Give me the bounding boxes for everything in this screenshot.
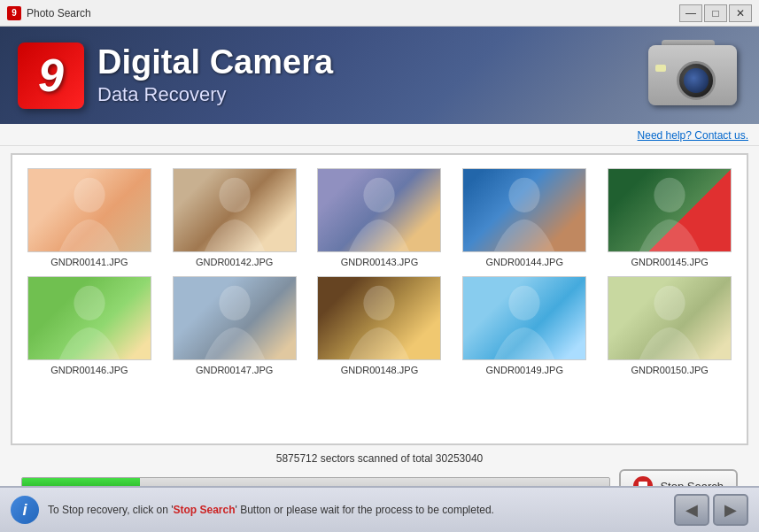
- camera-lens: [677, 61, 716, 100]
- photo-grid-container[interactable]: GNDR00141.JPG GNDR00142.JPG GNDR00143.JP…: [11, 153, 748, 445]
- photo-label: GNDR00148.JPG: [341, 365, 418, 375]
- header-text: Digital Camera Data Recovery: [97, 44, 333, 106]
- camera-flash: [655, 65, 666, 72]
- photo-label: GNDR00142.JPG: [196, 257, 273, 267]
- stop-search-inline: Stop Search: [173, 504, 235, 516]
- help-link[interactable]: Need help? Contact us.: [638, 129, 748, 142]
- help-link-bar: Need help? Contact us.: [0, 124, 759, 146]
- photo-label: GNDR00146.JPG: [50, 365, 128, 375]
- title-bar: 9 Photo Search — □ ✕: [0, 0, 759, 27]
- maximize-button[interactable]: □: [704, 4, 727, 22]
- minimize-button[interactable]: —: [679, 4, 702, 22]
- bottom-bar: i To Stop recovery, click on 'Stop Searc…: [0, 486, 759, 532]
- nav-buttons: ◀ ▶: [674, 494, 748, 526]
- bottom-info: i To Stop recovery, click on 'Stop Searc…: [11, 496, 494, 524]
- photo-item[interactable]: GNDR00144.JPG: [461, 168, 588, 267]
- photo-item[interactable]: GNDR00146.JPG: [26, 276, 153, 375]
- header-left: 9 Digital Camera Data Recovery: [18, 42, 333, 109]
- header-title: Digital Camera: [97, 44, 333, 81]
- svg-point-5: [74, 286, 105, 320]
- svg-point-3: [509, 178, 540, 212]
- svg-point-0: [74, 178, 105, 212]
- svg-point-4: [654, 178, 685, 212]
- main-content: GNDR00141.JPG GNDR00142.JPG GNDR00143.JP…: [0, 146, 759, 529]
- camera-graphic: [644, 40, 741, 111]
- photo-thumbnail: [317, 168, 441, 252]
- progress-scanned-text: 5875712 sectors scanned of total 3025304…: [21, 452, 738, 465]
- close-button[interactable]: ✕: [729, 4, 752, 22]
- photo-item[interactable]: GNDR00141.JPG: [26, 168, 153, 267]
- photo-grid: GNDR00141.JPG GNDR00142.JPG GNDR00143.JP…: [21, 164, 738, 380]
- app-icon: 9: [7, 6, 21, 20]
- window-controls: — □ ✕: [679, 4, 752, 22]
- next-button[interactable]: ▶: [713, 494, 748, 526]
- photo-label: GNDR00143.JPG: [341, 257, 418, 267]
- photo-item[interactable]: GNDR00147.JPG: [171, 276, 298, 375]
- camera-body: [648, 45, 737, 105]
- header-subtitle: Data Recovery: [97, 83, 333, 106]
- photo-thumbnail: [608, 168, 732, 252]
- photo-item[interactable]: GNDR00150.JPG: [606, 276, 733, 375]
- photo-label: GNDR00150.JPG: [631, 365, 708, 375]
- photo-thumbnail: [608, 276, 732, 360]
- photo-label: GNDR00141.JPG: [50, 257, 128, 267]
- photo-thumbnail: [462, 276, 586, 360]
- logo-nine: 9: [18, 42, 84, 109]
- photo-thumbnail: [27, 168, 151, 252]
- svg-point-8: [509, 286, 540, 320]
- photo-item[interactable]: GNDR00142.JPG: [171, 168, 298, 267]
- photo-label: GNDR00149.JPG: [486, 365, 563, 375]
- camera-lens-inner: [684, 68, 709, 93]
- svg-point-1: [219, 178, 250, 212]
- photo-item[interactable]: GNDR00148.JPG: [316, 276, 444, 375]
- svg-point-6: [219, 286, 250, 320]
- svg-point-7: [364, 286, 395, 320]
- photo-thumbnail: [27, 276, 151, 360]
- svg-point-9: [654, 286, 685, 320]
- photo-thumbnail: [173, 276, 297, 360]
- info-icon: i: [11, 496, 39, 524]
- photo-thumbnail: [317, 276, 441, 360]
- photo-label: GNDR00145.JPG: [631, 257, 708, 267]
- photo-label: GNDR00144.JPG: [486, 257, 563, 267]
- photo-item[interactable]: GNDR00149.JPG: [461, 276, 588, 375]
- bottom-text: To Stop recovery, click on 'Stop Search'…: [48, 504, 494, 516]
- header-banner: 9 Digital Camera Data Recovery: [0, 27, 759, 124]
- photo-item[interactable]: GNDR00143.JPG: [316, 168, 444, 267]
- photo-thumbnail: [462, 168, 586, 252]
- app-title: Photo Search: [27, 7, 91, 19]
- photo-item[interactable]: GNDR00145.JPG: [606, 168, 733, 267]
- prev-button[interactable]: ◀: [674, 494, 709, 526]
- photo-label: GNDR00147.JPG: [196, 365, 273, 375]
- svg-point-2: [364, 178, 395, 212]
- photo-thumbnail: [173, 168, 297, 252]
